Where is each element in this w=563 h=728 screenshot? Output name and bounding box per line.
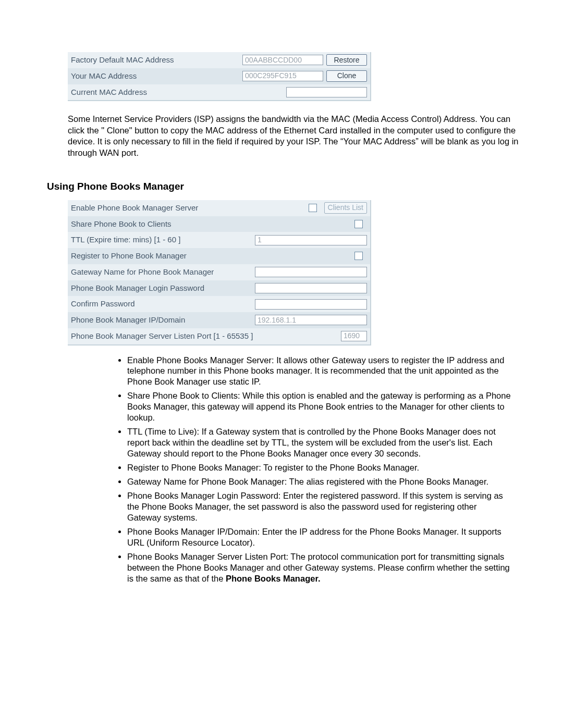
label-ttl: TTL (Expire time: mins) [1 - 60 ] (71, 234, 255, 246)
input-factory-mac[interactable]: 00AABBCCDD00 (242, 55, 323, 65)
list-item: Phone Books Manager IP/Domain: Enter the… (127, 526, 513, 548)
row-factory-mac: Factory Default MAC Address 00AABBCCDD00… (68, 52, 370, 68)
input-ip-domain[interactable]: 192.168.1.1 (255, 315, 367, 325)
list-item: Gateway Name for Phone Book Manager: The… (127, 476, 513, 487)
list-item: Phone Books Manager Server Listen Port: … (127, 551, 513, 584)
description-list: Enable Phone Books Manager Server: It al… (118, 355, 534, 584)
label-confirm-pw: Confirm Password (71, 298, 255, 310)
input-confirm-pw[interactable] (255, 299, 367, 310)
section-heading: Using Phone Books Manager (47, 180, 516, 193)
clone-button[interactable]: Clone (326, 70, 367, 82)
row-enable-pbm: Enable Phone Book Manager Server Clients… (68, 200, 370, 216)
mac-paragraph: Some Internet Service Providers (ISP) as… (68, 114, 521, 158)
row-ttl: TTL (Expire time: mins) [1 - 60 ] 1 (68, 232, 370, 248)
label-your-mac: Your MAC Address (71, 70, 242, 82)
row-listen-port: Phone Book Manager Server Listen Port [1… (68, 328, 370, 344)
row-current-mac: Current MAC Address (68, 84, 370, 101)
list-item-bold: Phone Books Manager. (226, 574, 321, 583)
restore-button[interactable]: Restore (326, 54, 367, 66)
mac-address-panel: Factory Default MAC Address 00AABBCCDD00… (68, 52, 371, 101)
list-item: TTL (Time to Live): If a Gateway system … (127, 426, 513, 459)
list-item: Enable Phone Books Manager Server: It al… (127, 355, 513, 388)
checkbox-register-pbm[interactable] (354, 252, 363, 260)
row-login-pw: Phone Book Manager Login Password (68, 280, 370, 297)
row-your-mac: Your MAC Address 000C295FC915 Clone (68, 68, 370, 84)
input-gw-name[interactable] (255, 267, 367, 277)
input-login-pw[interactable] (255, 283, 367, 293)
label-share-pb: Share Phone Book to Clients (71, 218, 354, 230)
input-listen-port[interactable]: 1690 (341, 331, 367, 341)
input-current-mac[interactable] (286, 87, 367, 97)
checkbox-enable-pbm[interactable] (309, 204, 317, 212)
phone-books-panel: Enable Phone Book Manager Server Clients… (68, 200, 371, 346)
list-item: Share Phone Book to Clients: While this … (127, 390, 513, 423)
row-ip-domain: Phone Book Manager IP/Domain 192.168.1.1 (68, 312, 370, 328)
label-factory-mac: Factory Default MAC Address (71, 54, 242, 66)
list-item: Phone Books Manager Login Password: Ente… (127, 490, 513, 523)
label-register-pbm: Register to Phone Book Manager (71, 250, 354, 262)
row-confirm-pw: Confirm Password (68, 296, 370, 312)
row-register-pbm: Register to Phone Book Manager (68, 248, 370, 264)
label-gw-name: Gateway Name for Phone Book Manager (71, 266, 255, 278)
input-your-mac[interactable]: 000C295FC915 (242, 71, 323, 81)
label-login-pw: Phone Book Manager Login Password (71, 282, 255, 294)
clients-list-button[interactable]: Clients List (324, 202, 367, 214)
list-item: Register to Phone Books Manager: To regi… (127, 462, 513, 473)
input-ttl[interactable]: 1 (255, 235, 367, 245)
label-current-mac: Current MAC Address (71, 87, 286, 98)
checkbox-share-pb[interactable] (354, 220, 363, 228)
label-listen-port: Phone Book Manager Server Listen Port [1… (71, 330, 341, 342)
label-enable-pbm: Enable Phone Book Manager Server (71, 202, 309, 214)
row-share-pb: Share Phone Book to Clients (68, 216, 370, 232)
label-ip-domain: Phone Book Manager IP/Domain (71, 314, 255, 326)
row-gw-name: Gateway Name for Phone Book Manager (68, 264, 370, 280)
